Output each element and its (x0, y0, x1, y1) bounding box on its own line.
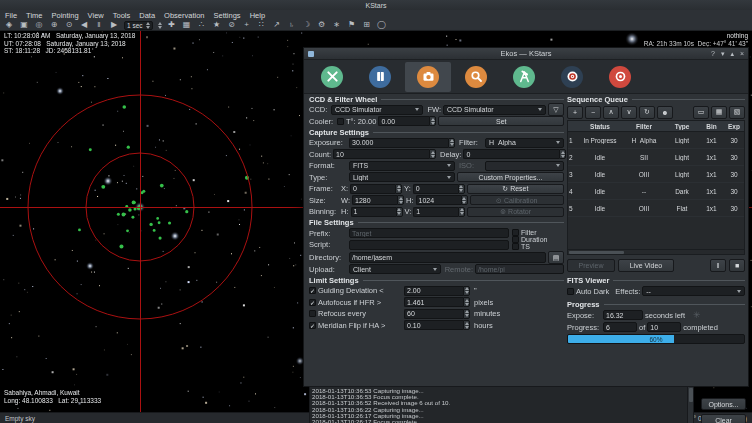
limit-checkbox[interactable]: ✓ (309, 299, 316, 306)
type-dropdown[interactable]: Light (349, 172, 455, 182)
frame-x-spinbox[interactable] (350, 184, 402, 194)
set-time-icon[interactable]: ⊙ (64, 20, 74, 30)
seq-observer-icon[interactable]: ☻ (657, 106, 673, 119)
ccd-dropdown[interactable]: CCD Simulator (331, 105, 423, 115)
slew-icon[interactable]: ↗ (272, 20, 282, 30)
geolocation-icon[interactable]: ⊕ (49, 20, 59, 30)
menu-settings[interactable]: Settings (214, 11, 241, 20)
seq-save-sequence-icon[interactable]: ▦ (711, 106, 727, 119)
frame-y-spinbox[interactable] (413, 184, 465, 194)
limit-checkbox[interactable] (309, 310, 316, 317)
effects-dropdown[interactable]: -- (642, 286, 745, 296)
download-data-icon[interactable]: ◈ (4, 20, 14, 30)
menu-pointing[interactable]: Pointing (51, 11, 78, 20)
maximize-button[interactable]: ▴ (730, 50, 734, 58)
time-unit-arrows[interactable] (158, 22, 162, 29)
temperature-input[interactable] (378, 116, 429, 126)
format-dropdown[interactable]: FITS (349, 161, 455, 171)
prefix-input[interactable] (349, 228, 509, 238)
menu-tools[interactable]: Tools (113, 11, 131, 20)
limit-checkbox[interactable]: ✓ (309, 322, 316, 329)
sequence-job-row[interactable]: 4Idle--Dark1x130 (568, 183, 744, 200)
tab-guide[interactable] (549, 62, 595, 92)
limit-input[interactable] (404, 309, 463, 319)
count-input[interactable] (333, 149, 429, 159)
seq-job-down-icon[interactable]: ∨ (621, 106, 637, 119)
limit-spinbox[interactable] (404, 297, 470, 307)
show-planets-icon[interactable]: ♄ (287, 20, 297, 30)
time-advance-icon[interactable]: ▶ (109, 20, 119, 30)
frame-y-input[interactable] (413, 184, 458, 194)
seq-remove-job-icon[interactable]: − (585, 106, 601, 119)
observation-flag-icon[interactable]: ⚑ (347, 20, 357, 30)
exposure-spinbox[interactable] (349, 138, 455, 148)
show-supernova-icon[interactable]: ⊘ (227, 20, 237, 30)
menu-view[interactable]: View (88, 11, 104, 20)
tab-setup[interactable] (309, 62, 355, 92)
tab-capture[interactable] (405, 62, 451, 92)
coordinate-grid-icon[interactable]: ⊞ (362, 20, 372, 30)
auto-dark-checkbox[interactable] (567, 288, 574, 295)
clear-log-button[interactable]: Clear (701, 414, 746, 423)
limit-spinbox[interactable] (404, 286, 470, 296)
add-object-icon[interactable]: + (242, 20, 252, 30)
tab-mount[interactable] (501, 62, 547, 92)
limit-input[interactable] (404, 286, 463, 296)
exposure-input[interactable] (349, 138, 448, 148)
size-h-spinbox[interactable] (416, 195, 468, 205)
script-input[interactable] (349, 240, 509, 250)
configure-icon[interactable]: ⚙ (317, 20, 327, 30)
menu-file[interactable]: File (5, 11, 17, 20)
sky-image-icon[interactable]: ▦ (182, 20, 192, 30)
sequence-table[interactable]: StatusFilterTypeBinExp1In ProgressH_Alph… (567, 120, 745, 250)
limit-input[interactable] (404, 320, 463, 330)
checkbox-duration[interactable]: Duration (512, 236, 564, 243)
stop-sequence-button[interactable]: ■ (729, 259, 745, 272)
seq-save-sequence-as-icon[interactable]: ▧ (729, 106, 745, 119)
fov-icon[interactable]: ▣ (19, 20, 29, 30)
find-object-icon[interactable]: ◎ (34, 20, 44, 30)
filter-dropdown[interactable]: H_Alpha (485, 138, 564, 148)
pause-sequence-button[interactable]: ‖ (710, 259, 726, 272)
browse-directory-button[interactable]: ▤ (548, 251, 564, 264)
sequence-job-row[interactable]: 1In ProgressH_AlphaLight1x130 (568, 132, 744, 149)
seq-job-up-icon[interactable]: ∧ (603, 106, 619, 119)
seq-reset-jobs-icon[interactable]: ↻ (639, 106, 655, 119)
time-step-spinbox[interactable]: 1 sec (124, 21, 153, 30)
binning-v-input[interactable] (413, 207, 458, 217)
show-satellites-icon[interactable]: ∷ (257, 20, 267, 30)
sequence-job-row[interactable]: 5IdleOIIIFlat1x130 (568, 200, 744, 217)
set-temperature-button[interactable]: Set (438, 116, 564, 126)
binning-v-spinbox[interactable] (413, 207, 465, 217)
show-stars-icon[interactable]: ∴ (197, 20, 207, 30)
pointing-icon[interactable]: ✚ (167, 20, 177, 30)
checkbox-ts[interactable]: TS (512, 243, 564, 250)
moon-phase-icon[interactable]: ☽ (302, 20, 312, 30)
show-dso-icon[interactable]: ★ (212, 20, 222, 30)
reset-frame-button[interactable]: ↻Reset (467, 184, 564, 194)
show-horizon-icon[interactable]: ◯ (377, 20, 387, 30)
tab-align[interactable] (597, 62, 643, 92)
seq-add-job-icon[interactable]: + (567, 106, 583, 119)
binning-h-spinbox[interactable] (351, 207, 403, 217)
sequence-hscrollbar[interactable] (567, 250, 745, 255)
ts-checkbox[interactable] (512, 243, 519, 250)
menu-time[interactable]: Time (26, 11, 42, 20)
directory-input[interactable] (349, 252, 546, 263)
sequence-job-row[interactable]: 3IdleOIIILight1x130 (568, 166, 744, 183)
custom-properties-button[interactable]: Custom Properties... (457, 172, 564, 182)
checkbox-filter[interactable]: Filter (512, 229, 564, 236)
temperature-spinbox[interactable] (378, 116, 436, 126)
frame-x-input[interactable] (350, 184, 395, 194)
time-reverse-icon[interactable]: ◀ (79, 20, 89, 30)
live-video-button[interactable]: Live Video (618, 259, 674, 272)
close-button[interactable]: × (740, 50, 744, 58)
options-button[interactable]: Options... (701, 398, 746, 410)
limit-checkbox[interactable]: ✓ (309, 287, 316, 294)
size-h-input[interactable] (416, 195, 461, 205)
tab-focus[interactable] (453, 62, 499, 92)
menu-help[interactable]: Help (250, 11, 265, 20)
limit-input[interactable] (404, 297, 463, 307)
filter-checkbox[interactable] (512, 229, 519, 236)
help-button[interactable]: ? (711, 50, 715, 58)
